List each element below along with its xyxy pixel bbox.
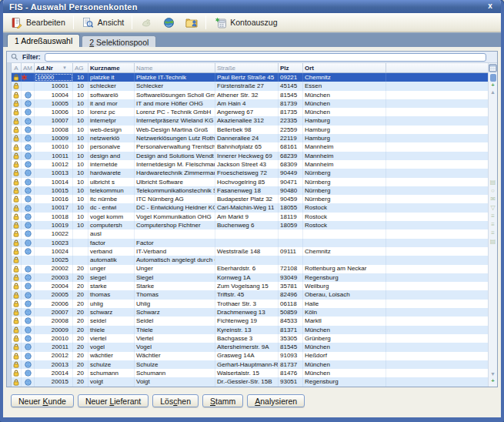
column-header-plz[interactable]: Plz — [279, 63, 303, 72]
scroll-up-icon[interactable]: ▲ — [490, 89, 496, 95]
list-icon[interactable]: ≡ — [491, 229, 495, 236]
kontoauszug-button[interactable]: Kontoauszug — [210, 15, 281, 30]
list-icon[interactable]: ≡ — [491, 213, 495, 219]
lock-icon — [13, 135, 19, 142]
globe-icon — [25, 100, 32, 107]
table-row[interactable]: 10011 10 design and Design and Solutions… — [12, 152, 488, 160]
table-row[interactable]: 10015 10 telekommun Telekommunikationste… — [12, 186, 488, 195]
neuer-kunde-button[interactable]: Neuer Kunde — [11, 394, 74, 407]
filter-input[interactable] — [45, 53, 486, 62]
globe-icon — [25, 379, 32, 386]
table-row[interactable]: 20006 20 uhlig Uhlig Trothaer Str. 3 061… — [12, 300, 488, 308]
column-header-name[interactable]: Name — [135, 63, 215, 72]
table-row[interactable]: 10010 10 personalve Personalverwaltung T… — [12, 142, 488, 151]
table-row[interactable]: 20003 20 siegel Siegel Kornweg 1A 93049 … — [12, 273, 488, 282]
table-row[interactable]: 10017 10 dc - entwi DC - Entwicklung Hei… — [12, 203, 488, 212]
table-row[interactable]: 20015 20 voigt Voigt Dr.-Gessler-Str. 15… — [12, 377, 488, 386]
table-row[interactable]: 10007 10 internetpr Internetpräsenz Wiel… — [12, 116, 488, 125]
table-row[interactable]: 20009 20 thiele Thiele Kyreinstr. 13 813… — [12, 326, 488, 334]
cell-strasse: Akazienallee 312 — [215, 116, 279, 125]
cell-ag: 20 — [73, 377, 88, 386]
table-row[interactable]: 10009 10 netzwerklö Netzwerklösungen Lut… — [12, 134, 488, 142]
cell-filler — [386, 221, 488, 229]
cell-name: Personalverwaltung Trentsch — [135, 142, 215, 151]
table-row[interactable]: 10012 10 internetde Internetdesign M. Fl… — [12, 160, 488, 169]
cell-ag: 20 — [73, 369, 88, 377]
column-chooser-icon[interactable] — [489, 64, 497, 72]
cell-filler — [386, 134, 488, 142]
lock-icon — [13, 109, 19, 116]
column-header-ort[interactable]: Ort — [303, 63, 386, 72]
table-row[interactable]: 20004 20 starke Starke Zum Vogelsang 15 … — [12, 282, 488, 290]
table-row[interactable]: 20010 20 viertel Viertel Bachgasse 3 353… — [12, 334, 488, 343]
neuer-lieferant-button[interactable]: Neuer Lieferant — [78, 394, 149, 407]
stamm-button[interactable]: Stamm — [202, 394, 243, 407]
table-row[interactable]: 10004 10 softwarelö Softwarelösungen Sch… — [12, 91, 488, 99]
table-row[interactable]: 10024 verband IT-Verband Weststraße 148 … — [12, 247, 488, 256]
cell-adnr: 10018 — [35, 213, 73, 221]
table-row[interactable]: 10018 10 vogel komm Vogel Kommunikation … — [12, 213, 488, 221]
table-row[interactable]: 10013 10 hardwarete Hardwaretechnik Zimm… — [12, 169, 488, 177]
cell-ort: München — [303, 369, 386, 377]
table-row[interactable]: 20013 20 schulze Schulze Gerhart-Hauptma… — [12, 360, 488, 369]
cell-strasse: Paul Bertz Straße 45 — [215, 73, 279, 82]
column-header-a[interactable]: A — [12, 63, 22, 72]
loeschen-button[interactable]: Löschen — [152, 394, 199, 407]
search-icon — [11, 53, 18, 61]
scroll-down-icon[interactable]: ▼ — [490, 370, 496, 377]
ansicht-button[interactable]: Ansicht — [78, 15, 128, 30]
column-header-ag[interactable]: AG — [73, 63, 88, 72]
cell-am — [22, 247, 35, 256]
list-icon[interactable]: ▤ — [490, 238, 496, 245]
filter-funnel-icon[interactable]: ▽ — [490, 204, 495, 211]
report-icon[interactable]: ▤ — [490, 179, 496, 186]
folder-user-button[interactable] — [181, 15, 202, 30]
table-row[interactable]: 20012 20 wächtler Wächtler Grasweg 14A 9… — [12, 352, 488, 360]
column-header-am[interactable]: AM — [22, 63, 35, 72]
bearbeiten-button[interactable]: Bearbeiten — [6, 15, 69, 30]
table-row[interactable]: 10001 10 schlecker Schlecker Fürstenstra… — [12, 82, 488, 90]
column-header-kurzname[interactable]: Kurzname — [88, 63, 135, 72]
table-row[interactable]: 10005 10 it and mor IT and more Höfler O… — [12, 99, 488, 108]
analysieren-button[interactable]: Analysieren — [247, 394, 305, 407]
close-button[interactable]: x — [485, 1, 496, 12]
table-row[interactable]: 10014 10 ulbricht s Ulbricht Software Ho… — [12, 178, 488, 186]
table-row[interactable]: 20011 20 vogel Vogel Altersheimerstr. 9A… — [12, 343, 488, 351]
table-row[interactable]: 10000 10 platzke it Platzke IT-Technik P… — [12, 73, 488, 82]
cell-kurzname: starke — [88, 282, 135, 290]
table-row[interactable]: 10023 factor Factor — [12, 239, 488, 247]
table-row[interactable]: 10006 10 lorenz pc Lorenz PC - Technik G… — [12, 108, 488, 116]
magnifier-icon[interactable]: ○ — [491, 187, 495, 194]
cell-am — [22, 256, 35, 264]
table-row[interactable]: 20002 20 unger Unger Eberhardstr. 6 7210… — [12, 265, 488, 273]
table-row[interactable]: 20005 20 thomas Thomas Triftstr. 45 8249… — [12, 290, 488, 299]
cell-plz: 18055 — [279, 203, 303, 212]
cell-strasse: Eberhardstr. 6 — [215, 265, 279, 273]
cell-lock — [12, 142, 22, 151]
column-header-strasse[interactable]: Straße — [215, 63, 279, 72]
table-row[interactable]: 20008 20 seidel Seidel Fichtenweg 19 845… — [12, 316, 488, 325]
table-row[interactable]: 10025 automatik Automatisch angelegt dur… — [12, 256, 488, 264]
lock-icon — [13, 317, 19, 324]
list-icon[interactable]: ≡ — [491, 221, 495, 228]
globe-button[interactable] — [159, 15, 179, 30]
tab-adressauswahl[interactable]: 1 Adreßauswahl — [7, 34, 80, 47]
tools-button[interactable] — [136, 15, 157, 30]
table-row[interactable]: 10016 10 itc nürnbe ITC Nürnberg AG Buda… — [12, 195, 488, 203]
column-header-adnr[interactable]: Ad.Nr ▼ — [35, 63, 73, 72]
globe-icon — [25, 317, 32, 324]
minus-icon[interactable]: + — [491, 377, 494, 384]
cell-ort: Regensburg — [303, 377, 386, 386]
table-row[interactable]: 10008 10 web-design Web-Design Martina G… — [12, 126, 488, 134]
cell-ag: 20 — [73, 334, 88, 343]
table-row[interactable]: 10022 ausl — [12, 229, 488, 238]
scrollbar-thumb[interactable] — [490, 74, 496, 82]
tab-selektionspool[interactable]: 2 Selektionspool — [82, 35, 156, 47]
table-row[interactable]: 20014 20 schumann Schumann Walsertalstr.… — [12, 369, 488, 377]
table-row[interactable]: 10019 10 computersh Computershop Fichtne… — [12, 221, 488, 229]
table-row[interactable]: 20007 20 schwarz Schwarz Drachmenweg 13 … — [12, 308, 488, 316]
lock-icon — [13, 230, 19, 237]
mail-icon[interactable]: ✉ — [490, 196, 496, 203]
cell-filler — [386, 256, 488, 264]
plus-icon[interactable]: + — [491, 82, 494, 89]
